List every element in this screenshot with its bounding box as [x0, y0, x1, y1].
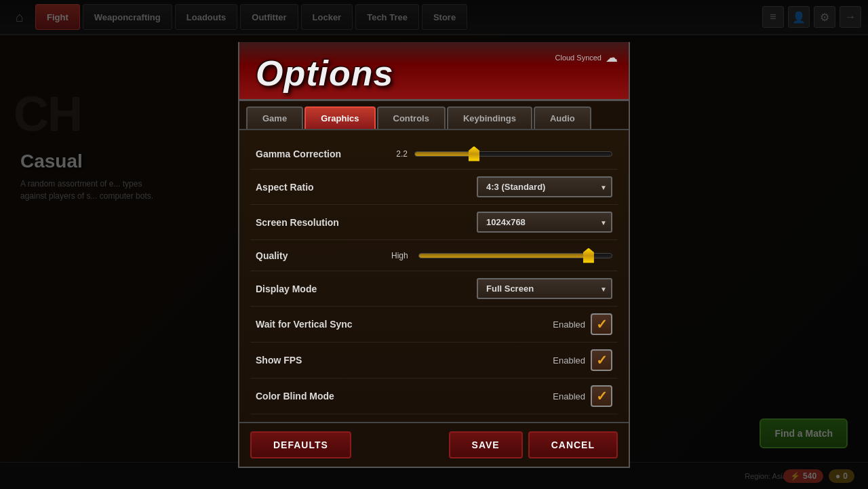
screen-resolution-label: Screen Resolution — [256, 217, 391, 228]
modal-header: Options Cloud Synced ☁ — [239, 42, 629, 101]
tab-graphics[interactable]: Graphics — [304, 106, 375, 129]
screen-resolution-select[interactable]: 1024x768 1280x720 1920x1080 — [477, 212, 612, 233]
aspect-ratio-label: Aspect Ratio — [256, 182, 391, 193]
color-blind-checkbox-group: Enabled — [553, 385, 612, 407]
screen-resolution-value-area: 1024x768 1280x720 1920x1080 — [391, 212, 612, 233]
options-modal: Options Cloud Synced ☁ Game Graphics Con… — [238, 42, 630, 468]
setting-show-fps: Show FPS Enabled — [250, 343, 618, 378]
color-blind-value-area: Enabled — [391, 385, 612, 407]
setting-aspect-ratio: Aspect Ratio 4:3 (Standard) 16:9 (Widesc… — [250, 170, 618, 205]
quality-slider-container[interactable] — [418, 249, 612, 262]
setting-fov: Field of View — [250, 414, 618, 422]
color-blind-checkbox[interactable] — [591, 385, 612, 407]
aspect-ratio-select[interactable]: 4:3 (Standard) 16:9 (Widescreen) 16:10 — [477, 176, 612, 197]
vsync-value-area: Enabled — [391, 313, 612, 335]
screen-resolution-dropdown-wrapper: 1024x768 1280x720 1920x1080 — [477, 212, 612, 233]
gamma-track — [414, 151, 612, 157]
setting-vsync: Wait for Vertical Sync Enabled — [250, 307, 618, 343]
show-fps-checkbox[interactable] — [591, 349, 612, 371]
setting-screen-resolution: Screen Resolution 1024x768 1280x720 1920… — [250, 205, 618, 240]
setting-display-mode: Display Mode Full Screen Windowed Border… — [250, 271, 618, 307]
setting-quality: Quality High — [250, 240, 618, 271]
vsync-checkbox-group: Enabled — [553, 313, 612, 335]
color-blind-status: Enabled — [553, 391, 585, 402]
show-fps-status: Enabled — [553, 355, 585, 366]
show-fps-value-area: Enabled — [391, 349, 612, 371]
tab-keybindings[interactable]: Keybindings — [447, 106, 532, 129]
gamma-slider-container[interactable] — [414, 147, 612, 161]
tab-audio[interactable]: Audio — [534, 106, 591, 129]
aspect-ratio-value-area: 4:3 (Standard) 16:9 (Widescreen) 16:10 — [391, 176, 612, 197]
color-blind-label: Color Blind Mode — [256, 391, 391, 402]
aspect-ratio-dropdown-wrapper: 4:3 (Standard) 16:9 (Widescreen) 16:10 — [477, 176, 612, 197]
quality-label: Quality — [256, 250, 391, 261]
defaults-button[interactable]: Defaults — [250, 431, 351, 458]
footer-right: Save Cancel — [449, 431, 618, 458]
vsync-label: Wait for Vertical Sync — [256, 319, 391, 330]
setting-color-blind: Color Blind Mode Enabled — [250, 378, 618, 414]
tab-controls[interactable]: Controls — [377, 106, 446, 129]
quality-value-area: High — [391, 249, 612, 262]
gamma-fill — [415, 152, 474, 156]
quality-thumb[interactable] — [583, 248, 594, 263]
gamma-thumb[interactable] — [469, 146, 479, 161]
cloud-sync: Cloud Synced ☁ — [555, 50, 618, 65]
vsync-checkbox[interactable] — [591, 313, 612, 335]
save-button[interactable]: Save — [449, 431, 523, 458]
display-mode-label: Display Mode — [256, 283, 391, 294]
modal-tabs: Game Graphics Controls Keybindings Audio — [239, 101, 629, 130]
display-mode-dropdown-wrapper: Full Screen Windowed Borderless — [477, 278, 612, 299]
setting-gamma: Gamma Correction 2.2 — [250, 138, 618, 170]
show-fps-label: Show FPS — [256, 355, 391, 366]
quality-fill — [419, 254, 589, 258]
modal-body: Gamma Correction 2.2 Aspect Ratio 4:3 (S… — [239, 130, 629, 422]
quality-value: High — [391, 251, 412, 260]
show-fps-checkbox-group: Enabled — [553, 349, 612, 371]
vsync-status: Enabled — [553, 319, 585, 330]
display-mode-select[interactable]: Full Screen Windowed Borderless — [477, 278, 612, 299]
gamma-label: Gamma Correction — [256, 149, 391, 159]
cancel-button[interactable]: Cancel — [528, 431, 618, 458]
display-mode-value-area: Full Screen Windowed Borderless — [391, 278, 612, 299]
modal-footer: Defaults Save Cancel — [239, 422, 629, 467]
tab-game[interactable]: Game — [246, 106, 303, 129]
quality-track — [418, 253, 612, 258]
cloud-sync-label: Cloud Synced — [555, 54, 602, 62]
cloud-icon: ☁ — [606, 50, 618, 65]
gamma-value: 2.2 — [391, 149, 408, 159]
gamma-value-area: 2.2 — [391, 147, 612, 161]
